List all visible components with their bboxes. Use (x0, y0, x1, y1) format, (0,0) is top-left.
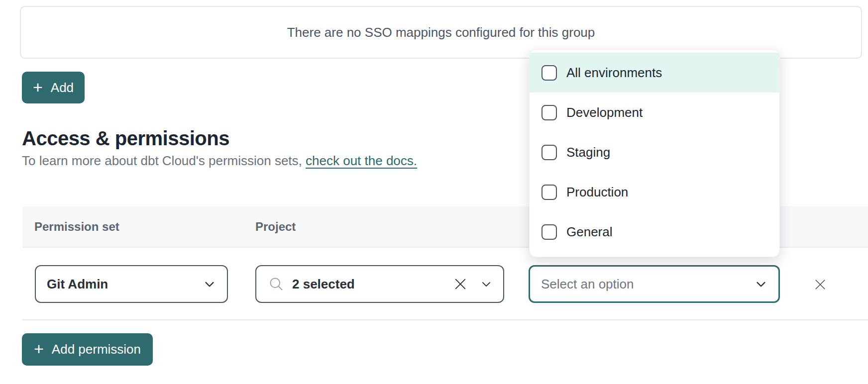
environment-dropdown-menu: All environments Development Staging Pro… (529, 49, 780, 257)
environment-option-label: General (566, 224, 613, 240)
environment-select-placeholder: Select an option (541, 277, 634, 292)
environment-option-staging[interactable]: Staging (530, 132, 779, 172)
remove-permission-row-button[interactable] (810, 275, 830, 294)
plus-icon: + (33, 79, 43, 96)
clear-selection-icon[interactable] (452, 276, 468, 292)
environment-option-production[interactable]: Production (530, 172, 779, 212)
x-remove-icon (813, 277, 828, 292)
environment-option-label: All environments (566, 65, 662, 81)
plus-icon: + (34, 340, 44, 357)
search-icon (267, 275, 285, 293)
column-header-project: Project (255, 206, 296, 247)
chevron-down-icon (754, 277, 768, 291)
chevron-down-icon (202, 277, 217, 291)
add-permission-button[interactable]: + Add permission (22, 333, 153, 366)
project-select[interactable]: 2 selected (255, 265, 504, 303)
project-select-value: 2 selected (292, 277, 355, 292)
environment-select[interactable]: Select an option (529, 265, 780, 303)
add-button-label: Add (51, 80, 74, 96)
checkbox-unchecked-icon[interactable] (542, 224, 557, 240)
permissions-description: To learn more about dbt Cloud's permissi… (22, 153, 417, 169)
add-permission-label: Add permission (52, 342, 141, 357)
checkbox-unchecked-icon[interactable] (542, 65, 557, 81)
add-sso-mapping-button[interactable]: + Add (22, 72, 85, 103)
checkbox-unchecked-icon[interactable] (542, 185, 557, 200)
checkbox-unchecked-icon[interactable] (542, 105, 557, 120)
checkbox-unchecked-icon[interactable] (542, 145, 557, 160)
permission-set-value: Git Admin (47, 277, 108, 292)
description-text: To learn more about dbt Cloud's permissi… (22, 153, 306, 168)
group-settings-page: There are no SSO mappings configured for… (0, 0, 868, 384)
sso-empty-message: There are no SSO mappings configured for… (287, 25, 595, 40)
column-header-permission-set: Permission set (34, 206, 119, 247)
environment-option-all-environments[interactable]: All environments (530, 53, 779, 93)
access-permissions-heading: Access & permissions (22, 127, 229, 150)
environment-option-label: Development (566, 105, 643, 120)
row-divider (22, 319, 868, 320)
environment-option-general[interactable]: General (530, 212, 779, 252)
environment-option-development[interactable]: Development (530, 93, 779, 132)
environment-option-label: Production (566, 185, 628, 200)
permission-set-select[interactable]: Git Admin (35, 265, 228, 303)
environment-option-label: Staging (566, 145, 610, 160)
chevron-down-icon (479, 277, 493, 291)
docs-link[interactable]: check out the docs. (306, 153, 417, 168)
